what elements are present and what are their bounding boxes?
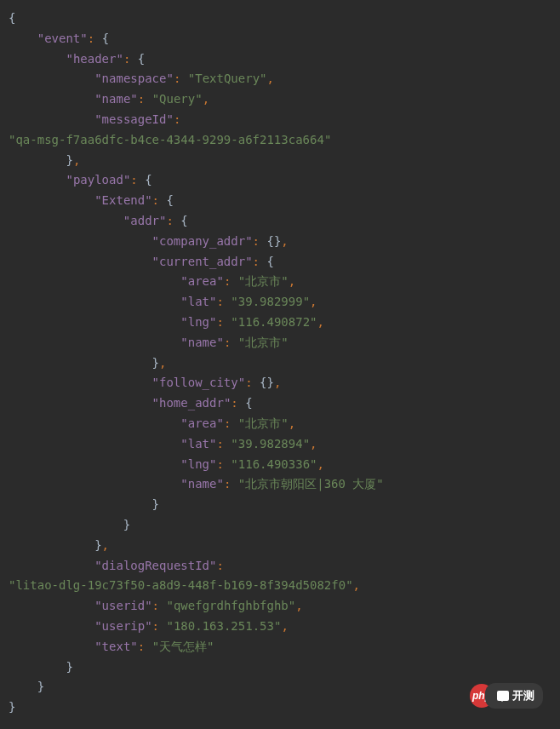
key-lng-1: lng xyxy=(188,315,209,329)
key-lat-2: lat xyxy=(188,437,209,451)
key-dialogRequestId: dialogRequestId xyxy=(102,559,209,572)
key-lat-1: lat xyxy=(188,295,209,308)
key-current_addr: current_addr xyxy=(159,255,245,268)
val-dialogRequestId: litao-dlg-19c73f50-a8d9-448f-b169-8f394d… xyxy=(15,578,346,592)
val-messageId: qa-msg-f7aa6dfc-b4ce-4344-9299-a6f2113ca… xyxy=(15,133,323,146)
val-home-name: 北京市朝阳区|360 大厦 xyxy=(245,477,376,491)
key-userip: userip xyxy=(102,619,146,633)
key-event: event xyxy=(44,32,80,45)
key-name: name xyxy=(102,92,131,106)
key-lng-2: lng xyxy=(188,457,209,471)
val-home-lat: 39.982894 xyxy=(238,437,303,451)
key-userid: userid xyxy=(102,599,146,612)
key-namespace: namespace xyxy=(102,72,167,85)
key-messageId: messageId xyxy=(102,112,167,126)
key-name-2: name xyxy=(188,477,217,491)
badge-label: 开测 xyxy=(512,686,534,705)
key-header: header xyxy=(73,52,117,66)
val-namespace: TextQuery xyxy=(195,72,260,85)
key-follow_city: follow_city xyxy=(159,376,238,389)
badge-tail: 开测 xyxy=(485,683,543,709)
key-company_addr: company_addr xyxy=(159,234,245,248)
val-userip: 180.163.251.53 xyxy=(174,619,274,633)
key-name-1: name xyxy=(188,336,217,349)
val-cur-name: 北京市 xyxy=(245,336,281,349)
val-name: Query xyxy=(159,92,195,106)
code-block: { "event": { "header": { "namespace": "T… xyxy=(9,9,551,718)
val-text: 天气怎样 xyxy=(159,640,207,653)
val-cur-lat: 39.982999 xyxy=(238,295,303,308)
key-payload: payload xyxy=(73,173,123,187)
val-home-area: 北京市 xyxy=(245,416,281,430)
key-Extend: Extend xyxy=(102,193,146,207)
key-area-1: area xyxy=(188,274,217,288)
key-home_addr: home_addr xyxy=(159,396,224,410)
speech-bubble-icon xyxy=(497,691,509,701)
val-home-lng: 116.490336 xyxy=(238,457,310,471)
val-userid: qwefgrdhfghbfghb xyxy=(174,599,289,612)
key-addr: addr xyxy=(130,214,159,227)
watermark-badge: php 开测 xyxy=(470,683,543,709)
val-cur-lng: 116.490872 xyxy=(238,315,310,329)
key-area-2: area xyxy=(188,416,217,430)
key-text: text xyxy=(102,640,131,653)
val-cur-area: 北京市 xyxy=(245,274,281,288)
